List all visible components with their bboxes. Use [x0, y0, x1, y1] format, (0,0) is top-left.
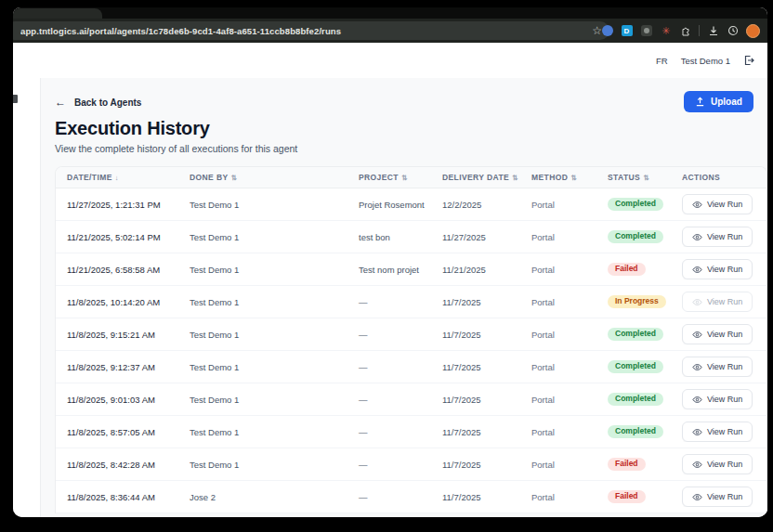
cell-actions: View Run: [671, 454, 767, 474]
cell-delivery-date: 12/2/2025: [431, 200, 520, 210]
cell-actions: View Run: [671, 292, 767, 312]
view-run-button[interactable]: View Run: [682, 454, 753, 474]
cell-method: Portal: [520, 492, 596, 502]
cell-datetime: 11/8/2025, 9:01:03 AM: [56, 395, 178, 405]
column-header[interactable]: DONE BY⇅: [178, 173, 347, 182]
cell-delivery-date: 11/7/2025: [431, 427, 520, 437]
cell-method: Portal: [520, 265, 596, 275]
url-text[interactable]: app.tntlogics.ai/portal/agents/1c78de6b-…: [20, 26, 586, 36]
cell-datetime: 11/8/2025, 10:14:20 AM: [56, 297, 178, 307]
table-header-row: DATE/TIME↓DONE BY⇅PROJECT⇅DELIVERY DATE⇅…: [56, 167, 766, 188]
table-row: 11/8/2025, 8:57:05 AM Test Demo 1 — 11/7…: [56, 416, 766, 448]
cell-status: Failed: [596, 490, 671, 503]
cell-done-by: Test Demo 1: [178, 200, 347, 210]
cell-project: —: [347, 492, 431, 502]
view-run-button[interactable]: View Run: [682, 422, 753, 442]
cell-project: Test nom projet: [347, 265, 431, 275]
cell-project: —: [347, 330, 431, 340]
eye-icon: [692, 265, 702, 275]
cell-datetime: 11/8/2025, 8:36:44 AM: [56, 492, 178, 502]
cell-done-by: Test Demo 1: [178, 330, 347, 340]
puzzle-icon[interactable]: [679, 25, 691, 37]
view-run-button[interactable]: View Run: [682, 194, 753, 214]
sort-icon: ↓: [115, 174, 119, 182]
view-run-button[interactable]: View Run: [682, 324, 753, 344]
cell-delivery-date: 11/7/2025: [431, 330, 520, 340]
upload-button[interactable]: Upload: [684, 91, 753, 112]
extension-blue-icon[interactable]: [602, 25, 613, 36]
cell-delivery-date: 11/21/2025: [431, 265, 520, 275]
cell-project: Projet Rosemont: [347, 200, 431, 210]
column-header[interactable]: DELIVERY DATE⇅: [431, 173, 520, 182]
profile-avatar[interactable]: [746, 24, 760, 38]
status-badge: Completed: [608, 360, 663, 373]
sidebar-item-fragment[interactable]: [13, 95, 18, 103]
table-row: 11/21/2025, 6:58:58 AM Test Demo 1 Test …: [56, 253, 766, 286]
back-to-agents-link[interactable]: ← Back to Agents: [55, 97, 767, 108]
view-run-button[interactable]: View Run: [682, 292, 753, 312]
browser-tab[interactable]: [13, 8, 102, 19]
view-run-button[interactable]: View Run: [682, 357, 753, 377]
browser-window: app.tntlogics.ai/portal/agents/1c78de6b-…: [13, 7, 767, 517]
url-bar[interactable]: app.tntlogics.ai/portal/agents/1c78de6b-…: [13, 21, 609, 40]
status-badge: Failed: [608, 490, 646, 503]
eye-icon: [692, 395, 702, 405]
view-run-button[interactable]: View Run: [682, 227, 753, 247]
sidebar: [13, 78, 41, 517]
cell-project: —: [347, 395, 431, 405]
cell-datetime: 11/8/2025, 8:42:28 AM: [56, 460, 178, 470]
cell-delivery-date: 11/27/2025: [431, 232, 520, 242]
table-row: 11/27/2025, 1:21:31 PM Test Demo 1 Proje…: [56, 188, 766, 221]
table-row: 11/8/2025, 8:36:44 AM Jose 2 — 11/7/2025…: [56, 481, 766, 513]
cell-actions: View Run: [671, 357, 767, 377]
cell-actions: View Run: [671, 227, 767, 247]
language-toggle[interactable]: FR: [656, 56, 668, 66]
eye-icon: [692, 200, 702, 210]
cell-done-by: Test Demo 1: [178, 265, 347, 275]
cell-actions: View Run: [671, 422, 767, 442]
sort-icon: ⇅: [401, 174, 408, 182]
cell-status: Completed: [596, 230, 671, 243]
status-badge: Completed: [608, 328, 663, 341]
cell-datetime: 11/21/2025, 6:58:58 AM: [56, 265, 178, 275]
extension-d-icon[interactable]: D: [622, 25, 633, 36]
cell-actions: View Run: [671, 487, 767, 507]
extension-red-icon[interactable]: ✳: [660, 25, 672, 37]
cell-done-by: Test Demo 1: [178, 362, 347, 372]
cell-actions: View Run: [671, 259, 767, 279]
cell-method: Portal: [520, 427, 596, 437]
cell-delivery-date: 11/7/2025: [431, 395, 520, 405]
cell-method: Portal: [520, 232, 596, 242]
cell-project: —: [347, 297, 431, 307]
cell-done-by: Jose 2: [178, 492, 347, 502]
table-row: 11/8/2025, 8:42:28 AM Test Demo 1 — 11/7…: [56, 448, 766, 481]
view-run-button[interactable]: View Run: [682, 487, 753, 507]
toolbar-divider: [699, 25, 700, 36]
status-badge: Completed: [608, 425, 663, 438]
column-header[interactable]: PROJECT⇅: [347, 173, 431, 182]
history-icon[interactable]: [727, 25, 739, 37]
eye-icon: [692, 330, 702, 340]
logout-icon[interactable]: [743, 55, 754, 66]
column-header[interactable]: STATUS⇅: [596, 173, 671, 182]
status-badge: Completed: [608, 230, 663, 243]
view-run-button[interactable]: View Run: [682, 259, 753, 279]
eye-icon: [692, 492, 702, 502]
cell-datetime: 11/27/2025, 1:21:31 PM: [56, 200, 178, 210]
sort-icon: ⇅: [512, 174, 518, 182]
sort-icon: ⇅: [231, 174, 238, 182]
cell-status: Failed: [596, 263, 671, 276]
view-run-button[interactable]: View Run: [682, 389, 753, 409]
extension-camera-icon[interactable]: [641, 25, 652, 36]
column-header[interactable]: METHOD⇅: [520, 173, 596, 182]
table-row: 11/8/2025, 10:14:20 AM Test Demo 1 — 11/…: [56, 286, 766, 318]
column-header[interactable]: DATE/TIME↓: [56, 173, 178, 182]
cell-delivery-date: 11/7/2025: [431, 460, 520, 470]
cell-actions: View Run: [671, 194, 767, 214]
cell-method: Portal: [520, 330, 596, 340]
cell-delivery-date: 11/7/2025: [431, 297, 520, 307]
download-icon[interactable]: [707, 25, 719, 37]
cell-done-by: Test Demo 1: [178, 427, 347, 437]
cell-project: —: [347, 362, 431, 372]
cell-method: Portal: [520, 460, 596, 470]
